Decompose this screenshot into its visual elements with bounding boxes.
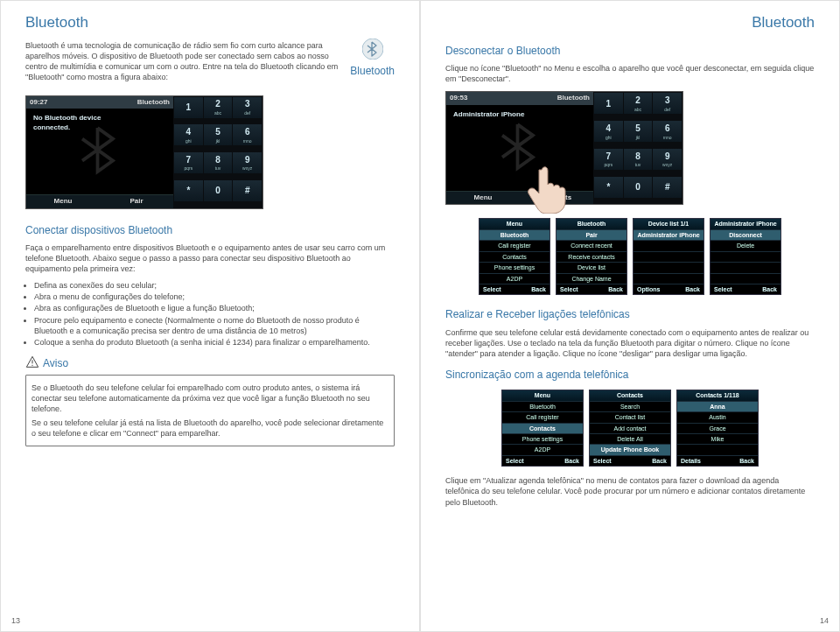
realizar-para: Confirme que seu telefone celular está d… (445, 327, 815, 359)
menu-softkey-right[interactable]: Back (685, 285, 700, 293)
keypad-key[interactable]: * (594, 177, 623, 198)
menu-softkey-right[interactable]: Back (762, 285, 777, 293)
menu-sequence-bottom: MenuBluetoothCall registerContactsPhone … (445, 390, 815, 467)
svg-point-2 (32, 365, 32, 366)
keypad-key[interactable]: # (233, 180, 262, 201)
aviso-label: Aviso (43, 356, 68, 370)
menu-softkey-left[interactable]: Select (506, 457, 524, 465)
menu-box: MenuBluetoothCall registerContactsPhone … (501, 390, 584, 467)
menu-softkey-left[interactable]: Select (593, 457, 612, 465)
connect-steps: Defina as conexões do seu celular;Abra o… (25, 279, 395, 348)
menu-softkey-left[interactable]: Select (483, 285, 501, 293)
menu-softkey-right[interactable]: Back (564, 457, 579, 465)
sync-title: Sincronização com a agenda telefônica (445, 368, 815, 382)
bluetooth-badge-label: Bluetooth (350, 64, 395, 78)
menu-softkey-right[interactable]: Back (739, 457, 754, 465)
disconnect-title: Desconectar o Bluetooth (445, 44, 815, 58)
menu-box: Device list 1/1Administrator iPhone Opti… (633, 218, 704, 295)
keypad: 12abc3def4ghi5jkl6mno7pqrs8tuv9wxyz*0# (173, 96, 262, 208)
menu-softkey-right[interactable]: Back (652, 457, 667, 465)
bluetooth-icon (362, 39, 383, 63)
keypad-key[interactable]: 3def (653, 93, 682, 114)
menu-softkey-left[interactable]: Details (681, 457, 701, 465)
softkey-menu[interactable]: Menu (446, 193, 520, 203)
keypad: 12abc3def4ghi5jkl6mno7pqrs8tuv9wxyz*0# (593, 92, 682, 204)
softkey-pair[interactable]: Pair (100, 197, 173, 207)
keypad-key[interactable]: 7pqrs (174, 152, 203, 173)
connect-intro: Faça o emparelhamento entre dispositivos… (25, 242, 395, 274)
page-number-right: 14 (820, 615, 829, 626)
keypad-key[interactable]: 1 (174, 97, 203, 118)
keypad-key[interactable]: 8tuv (204, 152, 233, 173)
warning-icon (25, 355, 39, 372)
menu-box: ContactsSearchContact listAdd contactDel… (589, 390, 671, 467)
menu-softkey-left[interactable]: Options (637, 285, 660, 293)
menu-softkey-right[interactable]: Back (608, 285, 623, 293)
keypad-key[interactable]: 9wxyz (233, 152, 262, 173)
keypad-key[interactable]: 2abc (624, 93, 653, 114)
menu-softkey-left[interactable]: Select (714, 285, 732, 293)
intro-paragraph: Bluetooth é uma tecnologia de comunicaçã… (25, 40, 340, 83)
bluetooth-watermark-icon (74, 123, 126, 179)
keypad-key[interactable]: 3def (233, 97, 262, 118)
page-number-left: 13 (11, 615, 20, 626)
header-left: Bluetooth (25, 13, 395, 33)
keypad-key[interactable]: 4ghi (174, 124, 203, 145)
menu-box: Administrator iPhoneDisconnectDelete Sel… (710, 218, 781, 295)
connect-title: Conectar dispositivos Bluetooth (25, 223, 395, 237)
keypad-key[interactable]: 7pqrs (594, 149, 623, 170)
realizar-title: Realizar e Receber ligações telefônicas (445, 307, 815, 321)
keypad-key[interactable]: 8tuv (624, 149, 653, 170)
menu-box: Contacts 1/118AnnaAustinGraceMike Detail… (676, 390, 759, 467)
keypad-key[interactable]: 0 (624, 177, 653, 198)
keypad-key[interactable]: * (174, 180, 203, 201)
menu-box: BluetoothPairConnect recentReceive conta… (556, 218, 627, 295)
keypad-key[interactable]: 1 (594, 93, 623, 114)
keypad-key[interactable]: 6mno (653, 121, 682, 142)
keypad-key[interactable]: 6mno (233, 124, 262, 145)
keypad-key[interactable]: 2abc (204, 97, 233, 118)
keypad-key[interactable]: 4ghi (594, 121, 623, 142)
keypad-key[interactable]: 0 (204, 180, 233, 201)
device-mock-no-device: 09:27Bluetooth No Bluetooth device conne… (25, 95, 263, 209)
softkey-menu[interactable]: Menu (26, 197, 100, 207)
disconnect-para: Clique no ícone "Bluetooth" no Menu e es… (445, 63, 815, 84)
header-right: Bluetooth (445, 13, 815, 33)
menu-box: MenuBluetoothCall registerContactsPhone … (479, 218, 550, 295)
aviso-box: Se o Bluetooth do seu telefone celular f… (25, 375, 395, 446)
menu-softkey-right[interactable]: Back (531, 285, 546, 293)
keypad-key[interactable]: # (653, 177, 682, 198)
device-mock-connected: 09:53Bluetooth Administrator iPhone Menu… (445, 91, 683, 205)
bluetooth-watermark-icon (494, 120, 546, 176)
keypad-key[interactable]: 5jkl (204, 124, 233, 145)
bluetooth-badge: Bluetooth (350, 39, 395, 78)
menu-sequence-top: MenuBluetoothCall registerContactsPhone … (445, 218, 815, 295)
keypad-key[interactable]: 5jkl (624, 121, 653, 142)
softkey-contacts[interactable]: Contacts (520, 193, 593, 203)
menu-softkey-left[interactable]: Select (560, 285, 578, 293)
sync-para: Clique em "Atualizar agenda telefônica" … (445, 475, 815, 507)
keypad-key[interactable]: 9wxyz (653, 149, 682, 170)
